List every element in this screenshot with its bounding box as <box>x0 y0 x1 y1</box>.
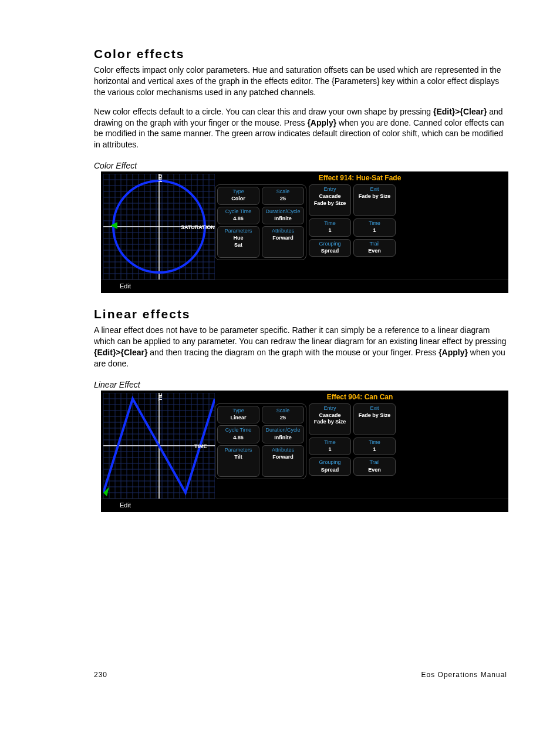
tile-duration[interactable]: Duration/CycleInfinite <box>262 425 304 443</box>
tile-type[interactable]: TypeColor <box>217 187 259 205</box>
manual-title: Eos Operations Manual <box>421 671 507 679</box>
tile-group-left: TypeLinear Scale25 Cycle Time4.86 Durati… <box>215 403 306 479</box>
text: and then tracing the diagram on the grap… <box>147 348 438 357</box>
tile-exit[interactable]: ExitFade by Size <box>353 184 396 216</box>
graph-hue-sat: HUE SATURATION <box>103 174 215 280</box>
svg-text:TILT: TILT <box>157 393 163 401</box>
effect-title: Effect 914: Hue-Sat Fade <box>215 173 505 184</box>
svg-text:HUE: HUE <box>157 174 163 182</box>
tile-trail[interactable]: TrailEven <box>353 239 396 257</box>
graph-tilt-time: TILT TIME <box>103 393 215 499</box>
screenshot-linear-effect: TILT TIME Effect 904: Can Can TypeLinear… <box>101 391 508 512</box>
text: A linear effect does not have to be para… <box>94 325 507 346</box>
effect-title: Effect 904: Can Can <box>215 392 505 403</box>
tile-entry[interactable]: EntryCascadeFade by Size <box>309 403 351 435</box>
tile-time-entry[interactable]: Time1 <box>309 438 351 456</box>
key-edit-clear: {Edit}>{Clear} <box>94 348 147 357</box>
key-apply: {Apply} <box>438 348 468 357</box>
heading-color-effects: Color effects <box>94 47 507 61</box>
tile-grouping[interactable]: GroupingSpread <box>309 239 351 257</box>
edit-button[interactable]: Edit <box>101 499 508 512</box>
text: New color effects default to a circle. Y… <box>94 107 433 116</box>
page-footer: 230 Eos Operations Manual <box>94 671 507 679</box>
key-apply: {Apply} <box>307 118 336 127</box>
tile-time-exit[interactable]: Time1 <box>353 438 396 456</box>
para-color-1: Color effects impact only color paramete… <box>94 65 507 98</box>
edit-button[interactable]: Edit <box>101 280 508 293</box>
key-edit-clear: {Edit}>{Clear} <box>433 107 487 116</box>
caption-linear-effect: Linear Effect <box>94 380 507 389</box>
para-linear-1: A linear effect does not have to be para… <box>94 325 507 369</box>
tile-attributes[interactable]: AttributesForward <box>262 226 304 258</box>
svg-text:TIME: TIME <box>194 443 207 449</box>
tile-trail[interactable]: TrailEven <box>353 457 396 476</box>
tile-parameters[interactable]: ParametersHueSat <box>217 226 259 258</box>
svg-text:SATURATION: SATURATION <box>181 224 215 230</box>
tile-parameters[interactable]: ParametersTilt <box>217 445 259 477</box>
para-color-2: New color effects default to a circle. Y… <box>94 106 507 151</box>
tile-time-entry[interactable]: Time1 <box>309 218 351 237</box>
tile-group-left: TypeColor Scale25 Cycle Time4.86 Duratio… <box>215 184 306 260</box>
page-number: 230 <box>94 671 107 679</box>
tile-duration[interactable]: Duration/CycleInfinite <box>262 207 304 225</box>
tile-grouping[interactable]: GroupingSpread <box>309 457 351 476</box>
screenshot-color-effect: HUE SATURATION Effect 914: Hue-Sat Fade … <box>101 171 508 293</box>
tile-cycle-time[interactable]: Cycle Time4.86 <box>217 207 259 225</box>
tile-exit[interactable]: ExitFade by Size <box>353 403 396 435</box>
caption-color-effect: Color Effect <box>94 161 507 170</box>
tile-entry[interactable]: EntryCascadeFade by Size <box>309 184 351 216</box>
tile-cycle-time[interactable]: Cycle Time4.86 <box>217 425 259 443</box>
tile-scale[interactable]: Scale25 <box>262 187 304 205</box>
tile-time-exit[interactable]: Time1 <box>353 218 396 237</box>
tile-scale[interactable]: Scale25 <box>262 406 304 424</box>
heading-linear-effects: Linear effects <box>94 307 507 321</box>
tile-attributes[interactable]: AttributesForward <box>262 445 304 477</box>
tile-type[interactable]: TypeLinear <box>217 406 259 424</box>
